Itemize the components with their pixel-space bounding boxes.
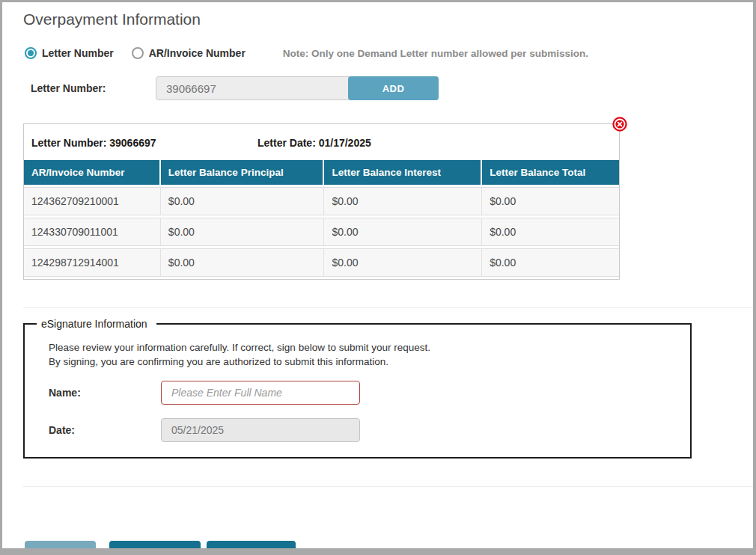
- table-row: 124298712914001 $0.00 $0.00 $0.00: [24, 248, 619, 277]
- date-input: [161, 418, 360, 442]
- radio-unselected-icon[interactable]: [132, 47, 144, 59]
- esignature-legend: eSignature Information: [37, 318, 156, 330]
- cell-balance-total: $0.00: [482, 248, 619, 277]
- col-ar-invoice-number: AR/Invoice Number: [24, 160, 161, 185]
- submit-button[interactable]: SUBMIT: [25, 541, 96, 555]
- add-button[interactable]: ADD: [348, 76, 439, 100]
- letter-date-summary: Letter Date: 01/17/2025: [257, 137, 371, 149]
- name-input[interactable]: [161, 381, 360, 405]
- letter-number-field-label: Letter Number:: [31, 82, 156, 94]
- table-row: 124330709011001 $0.00 $0.00 $0.00: [24, 218, 619, 246]
- radio-ar-invoice-number[interactable]: AR/Invoice Number: [132, 47, 246, 59]
- cell-balance-interest: $0.00: [324, 248, 482, 277]
- date-field-row: Date:: [49, 418, 690, 442]
- cell-balance-principal: $0.00: [161, 187, 325, 215]
- section-divider-top: [23, 307, 753, 308]
- letter-summary-row: Letter Number: 39066697 Letter Date: 01/…: [24, 124, 619, 158]
- date-label: Date:: [49, 424, 161, 436]
- cell-balance-principal: $0.00: [161, 248, 325, 277]
- letter-number-input-group: ADD: [156, 76, 439, 100]
- letter-number-field-row: Letter Number: ADD: [31, 76, 753, 100]
- page-title: Overpayment Information: [23, 10, 753, 28]
- letter-number-summary: Letter Number: 39066697: [31, 137, 257, 149]
- radio-letter-number[interactable]: Letter Number: [25, 47, 114, 59]
- cell-invoice-number: 124298712914001: [24, 248, 161, 277]
- esignature-instruction-2: By signing, you are confirming you are a…: [49, 356, 690, 367]
- demand-letter-card: Letter Number: 39066697 Letter Date: 01/…: [23, 123, 620, 280]
- col-letter-balance-interest: Letter Balance Interest: [324, 160, 482, 185]
- cell-balance-total: $0.00: [482, 218, 619, 246]
- section-divider-bottom: [23, 486, 753, 487]
- col-letter-balance-principal: Letter Balance Principal: [161, 160, 325, 185]
- table-row: 124362709210001 $0.00 $0.00 $0.00: [24, 187, 619, 215]
- cell-invoice-number: 124330709011001: [24, 218, 161, 246]
- col-letter-balance-total: Letter Balance Total: [482, 160, 619, 185]
- submission-note: Note: Only one Demand Letter number allo…: [283, 48, 588, 59]
- cancel-button[interactable]: CANCEL: [207, 541, 296, 555]
- letter-type-radio-group: Letter Number AR/Invoice Number Note: On…: [25, 47, 753, 59]
- radio-selected-icon[interactable]: [25, 47, 37, 59]
- esignature-instruction-1: Please review your information carefully…: [49, 342, 690, 353]
- name-field-row: Name:: [49, 381, 690, 405]
- cell-balance-total: $0.00: [482, 187, 619, 215]
- overpayment-form-window: Overpayment Information Letter Number AR…: [0, 0, 756, 555]
- name-label: Name:: [49, 387, 161, 399]
- radio-ar-invoice-number-label: AR/Invoice Number: [149, 47, 246, 59]
- letter-number-input[interactable]: [156, 76, 350, 100]
- radio-letter-number-label: Letter Number: [42, 47, 114, 59]
- cell-balance-interest: $0.00: [324, 187, 482, 215]
- balance-table-header-row: AR/Invoice Number Letter Balance Princip…: [24, 160, 619, 185]
- cell-invoice-number: 124362709210001: [24, 187, 161, 215]
- clear-button[interactable]: CLEAR: [109, 541, 201, 555]
- cell-balance-principal: $0.00: [161, 218, 325, 246]
- circled-x-icon: [612, 117, 627, 132]
- esignature-fieldset: eSignature Information Please review you…: [23, 318, 692, 459]
- action-button-bar: SUBMIT CLEAR CANCEL: [25, 541, 753, 555]
- cell-balance-interest: $0.00: [324, 218, 482, 246]
- balance-table: AR/Invoice Number Letter Balance Princip…: [24, 158, 619, 279]
- delete-letter-icon[interactable]: [612, 117, 627, 132]
